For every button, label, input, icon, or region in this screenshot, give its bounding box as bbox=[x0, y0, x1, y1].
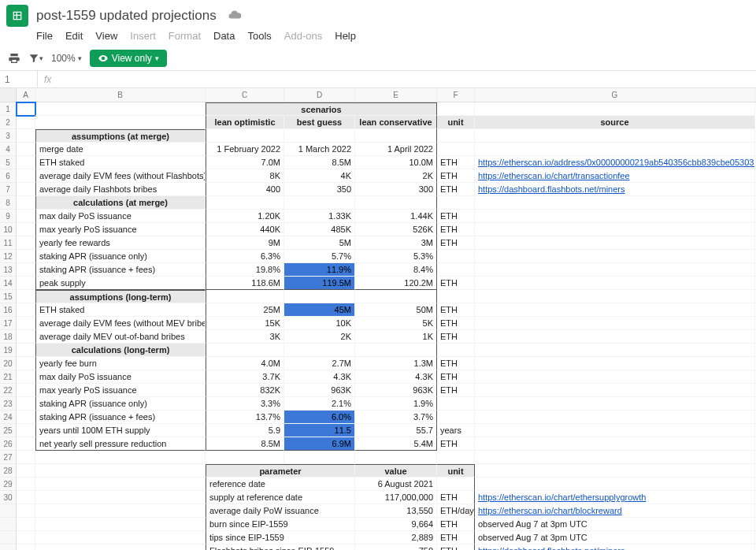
cell[interactable]: ETH bbox=[437, 384, 475, 397]
cell-link[interactable]: https://etherscan.io/chart/ethersupplygr… bbox=[475, 491, 755, 504]
cell[interactable]: yearly fee rewards bbox=[35, 236, 206, 250]
cell[interactable]: reference date bbox=[206, 478, 355, 491]
cell[interactable]: 4K bbox=[284, 169, 355, 183]
cell[interactable]: staking APR (issuance + fees) bbox=[35, 411, 206, 424]
cell[interactable]: 2.7M bbox=[284, 357, 355, 370]
cell[interactable]: 9,664 bbox=[355, 518, 437, 531]
cell[interactable]: 3.7K bbox=[206, 370, 284, 384]
cell[interactable]: 3K bbox=[206, 330, 284, 344]
cell[interactable]: max yearly PoS issuance bbox=[35, 384, 206, 397]
cell[interactable]: 1 March 2022 bbox=[284, 143, 355, 156]
cell[interactable]: 5M bbox=[284, 236, 355, 250]
row-header[interactable]: 11 bbox=[0, 236, 16, 250]
view-only-button[interactable]: View only ▾ bbox=[90, 50, 167, 67]
cell[interactable]: average daily MEV out-of-band bribes bbox=[35, 330, 206, 344]
cell[interactable]: 13,550 bbox=[355, 504, 437, 518]
cell[interactable]: ETH bbox=[437, 156, 475, 169]
cell[interactable]: ETH bbox=[437, 317, 475, 330]
cell[interactable]: 50M bbox=[355, 303, 437, 317]
cell[interactable]: burn since EIP-1559 bbox=[206, 518, 355, 531]
cell[interactable]: 5.4M bbox=[355, 437, 437, 451]
row-header[interactable]: 13 bbox=[0, 263, 16, 277]
row-header[interactable]: 18 bbox=[0, 330, 16, 344]
cell[interactable]: ETH bbox=[437, 370, 475, 384]
col-header[interactable]: A bbox=[17, 88, 35, 102]
cell[interactable]: 1.9% bbox=[355, 397, 437, 411]
cell[interactable]: ETH bbox=[437, 544, 475, 550]
cell[interactable]: ETH staked bbox=[35, 303, 206, 317]
cell[interactable]: 5.9 bbox=[206, 424, 284, 437]
cell[interactable]: 6.0% bbox=[284, 411, 355, 424]
cell[interactable]: 11.9% bbox=[284, 263, 355, 277]
cell[interactable]: source bbox=[475, 116, 755, 129]
row-header[interactable]: 7 bbox=[0, 183, 16, 196]
cell[interactable]: tips since EIP-1559 bbox=[206, 531, 355, 544]
row-header[interactable]: 21 bbox=[0, 370, 16, 384]
cell[interactable]: 526K bbox=[355, 223, 437, 236]
cell[interactable]: 5.3% bbox=[355, 250, 437, 263]
cell[interactable]: best guess bbox=[284, 116, 355, 129]
cell[interactable]: 3M bbox=[355, 236, 437, 250]
cell[interactable]: 10.0M bbox=[355, 156, 437, 169]
cell[interactable]: 118.6M bbox=[206, 277, 284, 290]
cell[interactable]: ETH bbox=[437, 210, 475, 223]
cell[interactable]: 2K bbox=[284, 330, 355, 344]
cell-selected[interactable] bbox=[17, 102, 35, 116]
cell[interactable]: 963K bbox=[284, 384, 355, 397]
cell[interactable]: 400 bbox=[206, 183, 284, 196]
cell[interactable]: 832K bbox=[206, 384, 284, 397]
cell[interactable]: 963K bbox=[355, 384, 437, 397]
cell[interactable]: 11.5 bbox=[284, 424, 355, 437]
cell[interactable]: staking APR (issuance only) bbox=[35, 397, 206, 411]
cell[interactable]: 1.44K bbox=[355, 210, 437, 223]
cell[interactable]: 440K bbox=[206, 223, 284, 236]
cell[interactable]: 750 bbox=[355, 544, 437, 550]
print-icon[interactable] bbox=[8, 52, 20, 65]
cell[interactable]: 3.3% bbox=[206, 397, 284, 411]
cell[interactable]: average daily EVM fees (without Flashbot… bbox=[35, 169, 206, 183]
cell[interactable]: ETH bbox=[437, 183, 475, 196]
cell[interactable]: Flashbots bribes since EIP-1559 bbox=[206, 544, 355, 550]
cell[interactable]: staking APR (issuance + fees) bbox=[35, 263, 206, 277]
cell[interactable]: peak supply bbox=[35, 277, 206, 290]
row-header[interactable]: 26 bbox=[0, 437, 16, 451]
cell[interactable]: 1 April 2022 bbox=[355, 143, 437, 156]
cell[interactable]: 15K bbox=[206, 317, 284, 330]
cell-link[interactable]: https://etherscan.io/chart/blockreward bbox=[475, 504, 755, 518]
cell[interactable]: 19.8% bbox=[206, 263, 284, 277]
row-header[interactable]: 4 bbox=[0, 143, 16, 156]
menu-data[interactable]: Data bbox=[213, 30, 235, 42]
menu-view[interactable]: View bbox=[95, 30, 117, 42]
cell[interactable]: ETH bbox=[437, 169, 475, 183]
cell[interactable]: 2.1% bbox=[284, 397, 355, 411]
cell[interactable]: 13.7% bbox=[206, 411, 284, 424]
cell[interactable]: 8.4% bbox=[355, 263, 437, 277]
row-header[interactable]: 9 bbox=[0, 210, 16, 223]
col-header[interactable]: F bbox=[437, 88, 475, 102]
cell[interactable]: 8K bbox=[206, 169, 284, 183]
cell[interactable]: lean optimistic bbox=[206, 116, 284, 129]
cell[interactable]: ETH bbox=[437, 303, 475, 317]
cell[interactable]: assumptions (at merge) bbox=[35, 129, 206, 143]
cell[interactable]: max yearly PoS issuance bbox=[35, 223, 206, 236]
menu-edit[interactable]: Edit bbox=[65, 30, 83, 42]
cell[interactable]: ETH bbox=[437, 531, 475, 544]
row-header[interactable] bbox=[0, 544, 16, 550]
name-box[interactable]: 1 bbox=[0, 71, 38, 87]
row-header[interactable]: 3 bbox=[0, 129, 16, 143]
cell[interactable]: observed Aug 7 at 3pm UTC bbox=[475, 518, 755, 531]
cell[interactable]: ETH bbox=[437, 437, 475, 451]
cell[interactable]: 5.7% bbox=[284, 250, 355, 263]
cell[interactable]: 8.5M bbox=[206, 437, 284, 451]
cell[interactable]: assumptions (long-term) bbox=[35, 290, 206, 303]
cell[interactable]: lean conservative bbox=[355, 116, 437, 129]
row-header[interactable]: 16 bbox=[0, 303, 16, 317]
cell[interactable]: 117,000,000 bbox=[355, 491, 437, 504]
row-header[interactable]: 20 bbox=[0, 357, 16, 370]
cell[interactable]: max daily PoS issuance bbox=[35, 370, 206, 384]
col-header[interactable]: G bbox=[475, 88, 755, 102]
cell-link[interactable]: https://dashboard.flashbots.net/miners bbox=[475, 544, 755, 550]
cell-link[interactable]: https://etherscan.io/address/0x000000002… bbox=[475, 156, 755, 169]
cell[interactable]: staking APR (issuance only) bbox=[35, 250, 206, 263]
cell[interactable]: average daily PoW issuance bbox=[206, 504, 355, 518]
